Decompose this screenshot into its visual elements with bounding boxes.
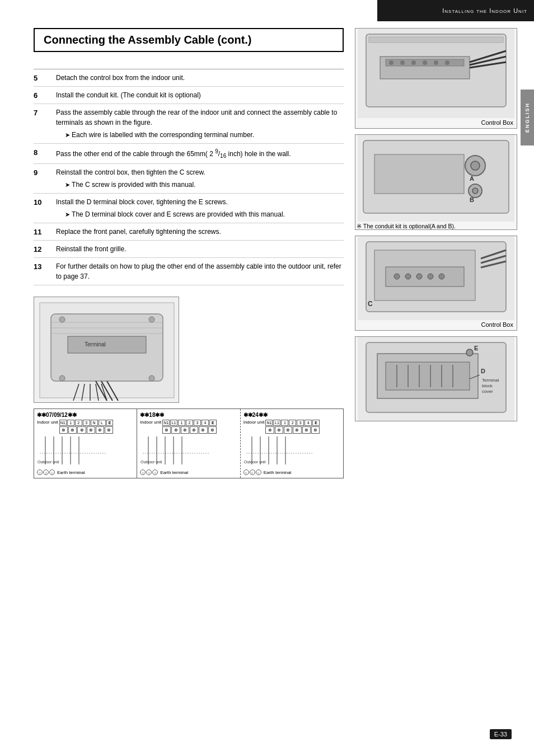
wiring-diagram-18: ✱✱18✱✱ Indoor unit N1 L1 1 2 3 4 E ⊗ (137, 409, 240, 478)
header-title: Installing the Indoor Unit (442, 7, 527, 14)
wiring-title-07: ✱✱07/09/12✱✱ (37, 412, 134, 418)
step-text-7: Pass the assembly cable through the rear… (56, 107, 344, 140)
diagram-svg-3: C (355, 236, 517, 320)
wiring-svg-07: Outdoor unit (37, 434, 110, 467)
diagram-svg-4: E D Terminal block cover (355, 337, 517, 421)
wiring-diagram-07: ✱✱07/09/12✱✱ Indoor unit N1 1 2 3 N L E … (34, 409, 137, 478)
svg-point-46 (411, 60, 416, 65)
steps-container: 5 Detach the control box from the indoor… (34, 69, 344, 285)
title-box: Connecting the Assembly Cable (cont.) (34, 28, 344, 52)
svg-point-13 (149, 375, 154, 381)
step-num-13: 13 (34, 261, 56, 271)
wiring-diagram-24: ✱✱24✱✱ Indoor unit N1 L1 1 2 3 4 E ⊗ (241, 409, 343, 478)
step-row: 13 For further details on how to plug th… (34, 258, 344, 285)
step-row: 12 Reinstall the front grille. (34, 241, 344, 258)
step-num-6: 6 (34, 90, 56, 100)
svg-text:B: B (470, 196, 474, 203)
indoor-label-07: Indoor unit (37, 420, 58, 425)
svg-point-49 (445, 60, 449, 65)
diagram-svg-2: A B (355, 135, 517, 222)
diagram-terminal-cover: E D Terminal block cover (355, 336, 517, 421)
svg-point-44 (389, 60, 394, 65)
diagram-conduit-ab: A B ※ The conduit kit is optional(A and … (355, 134, 517, 230)
svg-point-48 (434, 60, 438, 65)
step-sub-7: Each wire is labelled with the correspon… (56, 130, 344, 140)
diagram-label-3: Control Box (355, 320, 517, 330)
svg-point-10 (59, 317, 65, 322)
step-text-9: Reinstall the control box, then tighten … (56, 167, 344, 190)
diagram-label-1: Control Box (355, 118, 517, 128)
step-text-5: Detach the control box from the indoor u… (56, 73, 344, 83)
svg-point-45 (400, 60, 405, 65)
page-title: Connecting the Assembly Cable (cont.) (44, 34, 334, 46)
svg-text:cover: cover (482, 389, 493, 394)
diagram-note-2: ※ The conduit kit is optional(A and B). (355, 223, 517, 229)
step-row: 5 Detach the control box from the indoor… (34, 69, 344, 87)
svg-rect-5 (68, 336, 146, 353)
svg-point-73 (416, 274, 422, 279)
page-number: E-33 (490, 729, 512, 739)
svg-point-61 (472, 188, 478, 194)
svg-point-71 (394, 274, 400, 279)
diagram-svg-1 (355, 29, 517, 118)
svg-point-75 (439, 274, 444, 279)
step-num-12: 12 (34, 244, 56, 253)
svg-point-74 (428, 274, 433, 279)
step-text-13: For further details on how to plug the o… (56, 261, 344, 281)
step-row: 11 Replace the front panel, carefully ti… (34, 223, 344, 241)
step-num-7: 7 (34, 107, 56, 117)
svg-rect-56 (374, 154, 464, 194)
svg-text:D: D (481, 368, 485, 374)
step-num-11: 11 (34, 227, 56, 236)
step-row: 10 Install the D terminal block cover, t… (34, 194, 344, 223)
header-bar: Installing the Indoor Unit (377, 0, 534, 21)
step-row: 6 Install the conduit kit. (The conduit … (34, 87, 344, 104)
wiring-section: ✱✱07/09/12✱✱ Indoor unit N1 1 2 3 N L E … (34, 408, 344, 478)
step-text-10: Install the D terminal block cover, tigh… (56, 197, 344, 219)
step-text-11: Replace the front panel, carefully tight… (56, 227, 344, 237)
step-row: 9 Reinstall the control box, then tighte… (34, 164, 344, 194)
step-text-12: Reinstall the front grille. (56, 244, 344, 254)
svg-point-12 (59, 375, 65, 381)
unit-diagram-svg: Terminal (34, 297, 180, 403)
step-num-8: 8 (34, 147, 56, 157)
svg-rect-79 (386, 362, 470, 390)
svg-point-58 (471, 161, 480, 170)
diagram-control-box-2: C Control Box (355, 236, 517, 331)
side-tab: ENGLISH (521, 90, 534, 145)
bottom-left-diagram: Terminal (34, 297, 179, 403)
side-tab-label: ENGLISH (524, 102, 530, 133)
step-num-9: 9 (34, 167, 56, 177)
svg-text:A: A (470, 175, 474, 182)
step-sub-9: The C screw is provided with this manual… (56, 180, 344, 190)
svg-text:Terminal: Terminal (482, 378, 499, 383)
svg-rect-53 (369, 37, 503, 43)
svg-point-80 (466, 349, 473, 356)
svg-text:Outdoor unit: Outdoor unit (140, 460, 162, 464)
step-sub-10: The D terminal block cover and E screws … (56, 209, 344, 219)
svg-point-11 (149, 317, 154, 322)
svg-point-72 (405, 274, 411, 279)
svg-text:C: C (368, 300, 373, 308)
step-row: 8 Pass the other end of the cable throug… (34, 144, 344, 164)
svg-text:E: E (474, 345, 478, 351)
diagram-control-box-1: Control Box (355, 28, 517, 129)
wiring-svg-24: Outdoor unit (243, 434, 316, 467)
right-column: Control Box A B ※ The conduit kit is opt… (355, 28, 517, 421)
svg-text:block: block (482, 383, 493, 388)
indoor-label-18: Indoor unit (140, 420, 161, 425)
step-text-8: Pass the other end of the cable through … (56, 147, 344, 160)
wiring-svg-18: Outdoor unit (140, 434, 213, 467)
wiring-title-24: ✱✱24✱✱ (243, 412, 340, 418)
svg-point-47 (423, 60, 427, 65)
step-row: 7 Pass the assembly cable through the re… (34, 104, 344, 144)
svg-text:Outdoor unit: Outdoor unit (38, 460, 59, 464)
wiring-title-18: ✱✱18✱✱ (140, 412, 237, 418)
step-num-5: 5 (34, 73, 56, 82)
indoor-label-24: Indoor unit (243, 420, 265, 425)
svg-text:Outdoor unit: Outdoor unit (244, 460, 266, 464)
svg-text:Terminal: Terminal (85, 341, 106, 348)
step-num-10: 10 (34, 197, 56, 206)
step-text-6: Install the conduit kit. (The conduit ki… (56, 90, 344, 100)
